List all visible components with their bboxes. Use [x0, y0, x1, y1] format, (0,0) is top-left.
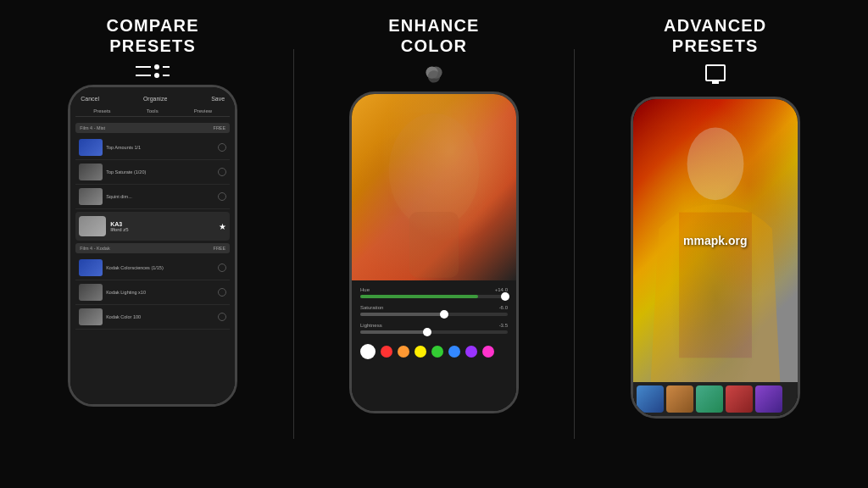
preset-name-5: Kodak Lighting x10: [106, 290, 214, 295]
svg-point-5: [687, 127, 743, 200]
phone-frame-1: Cancel Organize Save Presets Tools Previ…: [68, 85, 237, 407]
strip-thumb-1[interactable]: [637, 385, 664, 413]
preset-circle-5: [218, 288, 226, 297]
slider-thumb-hue[interactable]: [501, 292, 509, 301]
preset-thumb-5: [79, 284, 103, 301]
white-circle[interactable]: [360, 344, 376, 359]
strip-thumb-4[interactable]: [726, 385, 753, 413]
preset-row-5[interactable]: Kodak Lighting x10: [75, 280, 230, 305]
sliders-icon: [136, 64, 170, 78]
hue-label: Hue: [360, 287, 370, 292]
preset-thumb-4: [79, 259, 103, 276]
color-dot-blue[interactable]: [448, 346, 460, 358]
controls-area: Hue +14.0 Saturation -6.0: [352, 280, 516, 411]
color-dot-green[interactable]: [431, 346, 443, 358]
section-badge-1: FREE: [214, 125, 226, 130]
topbar: Cancel Organize Save: [75, 92, 230, 105]
preset-circle-4: [218, 263, 226, 272]
phone-screen-3: mmapk.org: [633, 99, 798, 416]
section-header-2: Film 4 - Kodak FREE: [75, 243, 230, 253]
phone-screen-2: Hue +14.0 Saturation -6.0: [352, 94, 516, 411]
slider-row-saturation: Saturation -6.0: [360, 305, 508, 316]
watermark: mmapk.org: [683, 234, 747, 247]
highlighted-thumb: [79, 216, 106, 236]
color-dot-yellow[interactable]: [415, 346, 426, 358]
highlighted-name: Ilford z5: [110, 227, 128, 232]
divider-2: [574, 49, 575, 439]
title-line2-p3: PRESETS: [672, 36, 759, 55]
light-label: Lightness: [360, 323, 382, 328]
slider-row-hue: Hue +14.0: [360, 287, 508, 298]
panel-advanced-presets: ADVANCED PRESETS mmapk.org: [584, 15, 847, 419]
photo-area-3: mmapk.org: [633, 99, 798, 382]
preset-name-1: Top Amounts 1/1: [106, 145, 214, 150]
strip-thumb-5[interactable]: [755, 385, 782, 413]
preset-thumb-1: [79, 139, 103, 156]
preset-name-6: Kodak Color 100: [106, 314, 214, 319]
slider-line-1: [136, 64, 170, 69]
slider-row-lightness: Lightness -3.5: [360, 323, 508, 334]
divider-1: [293, 49, 294, 439]
preset-row-3[interactable]: Squint dim...: [75, 185, 230, 209]
preset-circle-3: [218, 192, 226, 201]
section-badge-2: FREE: [214, 246, 226, 251]
preset-circle-1: [218, 143, 226, 152]
panel-1-title: COMPARE PRESETS: [107, 15, 199, 56]
highlighted-preset-row[interactable]: KA3 Ilford z5 ★: [75, 212, 230, 241]
slider-fill-hue: [360, 295, 478, 298]
strip-thumb-3[interactable]: [696, 385, 723, 413]
monitor-icon: [705, 64, 726, 81]
strip-bottom: [633, 382, 798, 416]
tabs-bar: Presets Tools Preview: [75, 108, 230, 117]
title-line2-p2: COLOR: [401, 36, 467, 55]
tab-preview[interactable]: Preview: [194, 108, 212, 114]
title-line1: COMPARE: [107, 16, 199, 35]
slider-track-light[interactable]: [360, 330, 508, 334]
sat-value: -6.0: [499, 305, 508, 310]
slider-track-hue[interactable]: [360, 295, 508, 298]
slider-line-2: [136, 73, 170, 78]
slider-fill-sat: [360, 313, 442, 316]
slider-track-sat[interactable]: [360, 313, 508, 316]
panel-2-title: ENHANCE COLOR: [388, 15, 479, 56]
light-value: -3.5: [499, 323, 508, 328]
section-header-1: Film 4 - Mist FREE: [75, 123, 230, 133]
slider-fill-light: [360, 330, 426, 334]
tab-tools[interactable]: Tools: [147, 108, 159, 114]
preset-thumb-2: [79, 164, 103, 180]
preset-row-1[interactable]: Top Amounts 1/1: [75, 136, 230, 160]
save-label[interactable]: Save: [211, 96, 225, 102]
color-dot-orange[interactable]: [398, 346, 409, 358]
slider-thumb-light[interactable]: [423, 328, 431, 336]
slider-thumb-sat[interactable]: [440, 310, 448, 319]
color-dot-purple[interactable]: [465, 346, 477, 358]
panel-3-title: ADVANCED PRESETS: [664, 15, 766, 56]
title-line1-p2: ENHANCE: [388, 16, 479, 35]
color-dot-pink[interactable]: [482, 346, 494, 358]
panel-enhance-color: ENHANCE COLOR: [303, 15, 565, 413]
slider-dot-2: [154, 73, 159, 78]
preset-row-6[interactable]: Kodak Color 100: [75, 305, 230, 330]
preset-thumb-6: [79, 308, 103, 325]
strip-thumb-2[interactable]: [666, 385, 693, 413]
section-title-1: Film 4 - Mist: [80, 125, 105, 130]
color-dot-red[interactable]: [381, 346, 392, 358]
slider-label-light: Lightness -3.5: [360, 323, 508, 328]
preset-row-4[interactable]: Kodak Colorsciences (1/15): [75, 256, 230, 280]
preset-thumb-3: [79, 188, 103, 205]
cancel-label[interactable]: Cancel: [81, 96, 99, 102]
slider-dot-1: [154, 64, 159, 69]
preset-row-2[interactable]: Top Saturate (1/20): [75, 160, 230, 185]
tab-presets[interactable]: Presets: [93, 108, 110, 114]
preset-name-3: Squint dim...: [106, 194, 214, 199]
phone-screen-1: Cancel Organize Save Presets Tools Previ…: [70, 87, 235, 404]
preset-circle-2: [218, 168, 226, 176]
monitor-icon-wrapper: [705, 64, 726, 88]
preset-list: Film 4 - Mist FREE Top Amounts 1/1 Top S…: [75, 120, 230, 399]
slider-label-sat: Saturation -6.0: [360, 305, 508, 310]
star-icon[interactable]: ★: [219, 222, 226, 231]
highlighted-text: KA3 Ilford z5: [110, 221, 128, 232]
photo-area-2: [352, 94, 516, 280]
phone-frame-2: Hue +14.0 Saturation -6.0: [349, 92, 519, 413]
organize-label[interactable]: Organize: [143, 96, 167, 102]
